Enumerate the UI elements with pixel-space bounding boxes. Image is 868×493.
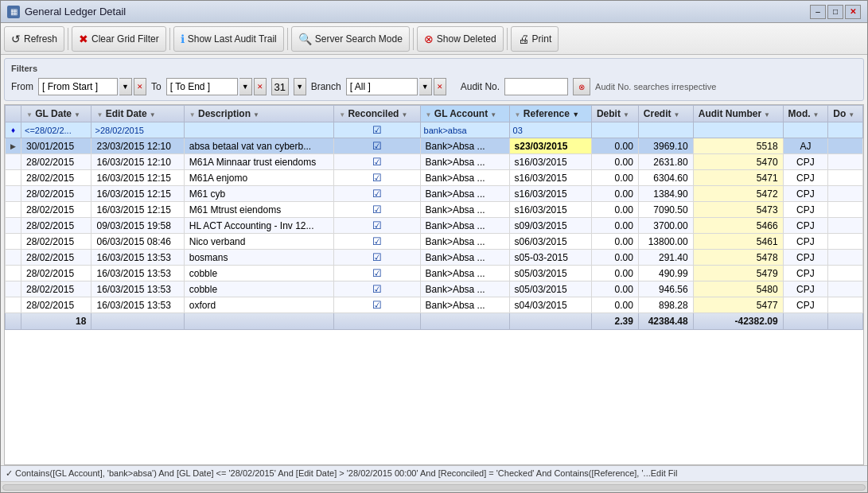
col-header-reference[interactable]: ▼ Reference ▼ <box>509 106 591 122</box>
cell-doc <box>828 218 863 234</box>
horizontal-scrollbar[interactable] <box>1 481 867 492</box>
branch-clear-btn[interactable]: ✕ <box>434 78 446 95</box>
cell-reference: s05-03-2015 <box>509 250 591 266</box>
from-clear-btn[interactable]: ✕ <box>134 78 146 95</box>
sort-icon-doc: ▼ <box>848 111 854 118</box>
cell-reference: s04/03/2015 <box>509 297 591 313</box>
cell-credit: 2631.80 <box>638 154 693 170</box>
table-row[interactable]: 28/02/201509/03/2015 19:58HL ACT Account… <box>6 218 863 234</box>
branch-input[interactable] <box>346 78 418 95</box>
row-indicator <box>6 234 21 250</box>
col-header-mod[interactable]: Mod.▼ <box>783 106 828 122</box>
audit-clear-btn[interactable]: ⊗ <box>573 78 590 95</box>
table-row[interactable]: 28/02/201516/03/2015 13:53cobble☑Bank>Ab… <box>6 281 863 297</box>
cell-audit-number: 5518 <box>693 138 783 154</box>
table-row[interactable]: 28/02/201516/03/2015 12:15M61 cyb☑Bank>A… <box>6 186 863 202</box>
row-indicator <box>6 297 21 313</box>
cell-doc <box>828 186 863 202</box>
maximize-button[interactable]: □ <box>827 5 843 19</box>
audit-no-input[interactable] <box>504 78 568 95</box>
window-title: General Ledger Detail <box>25 6 126 17</box>
print-button[interactable]: 🖨 Print <box>511 26 559 52</box>
col-header-audit-number[interactable]: Audit Number▼ <box>693 106 783 122</box>
reconciled-checkmark: ☑ <box>372 156 382 168</box>
col-header-description[interactable]: ▼ Description▼ <box>184 106 333 122</box>
table-row[interactable]: 28/02/201516/03/2015 12:15M61 Mtrust eie… <box>6 202 863 218</box>
table-row[interactable]: ▶30/01/201523/03/2015 12:10absa betaal v… <box>6 138 863 154</box>
sep4 <box>413 28 414 50</box>
filter-gl-date: <=28/02/2... <box>21 122 91 138</box>
to-dropdown-btn[interactable]: ▼ <box>239 78 252 95</box>
col-header-reconciled[interactable]: ▼ Reconciled▼ <box>334 106 420 122</box>
cell-reference: s16/03/2015 <box>509 170 591 186</box>
reconciled-checkmark: ☑ <box>372 219 382 231</box>
audit-trail-button[interactable]: ℹ Show Last Audit Trail <box>173 26 284 52</box>
calendar-dropdown-btn[interactable]: ▼ <box>294 78 306 95</box>
totals-reference <box>509 313 591 330</box>
cell-description: M61 Mtrust eiendoms <box>184 202 333 218</box>
totals-count: 18 <box>21 313 91 330</box>
table-body: ▶30/01/201523/03/2015 12:10absa betaal v… <box>6 138 863 313</box>
table-row[interactable]: 28/02/201516/03/2015 13:53oxford☑Bank>Ab… <box>6 297 863 313</box>
branch-dropdown-btn[interactable]: ▼ <box>419 78 432 95</box>
filters-panel: Filters From ▼ ✕ To ▼ ✕ 31 ▼ Branch ▼ ✕ … <box>4 58 864 101</box>
cell-gl-date: 28/02/2015 <box>21 234 91 250</box>
branch-select: ▼ ✕ <box>346 78 446 95</box>
from-dropdown-btn[interactable]: ▼ <box>119 78 132 95</box>
col-header-debit[interactable]: Debit▼ <box>591 106 638 122</box>
cell-mod: CPJ <box>783 186 828 202</box>
clear-filter-button[interactable]: ✖ Clear Grid Filter <box>72 26 166 52</box>
title-bar: ▦ General Ledger Detail – □ ✕ <box>1 1 867 23</box>
cell-debit: 0.00 <box>591 154 638 170</box>
col-filter-icon-ref: ▼ <box>515 111 521 118</box>
cell-description: absa betaal vat van cyberb... <box>184 138 333 154</box>
col-header-gl-date[interactable]: ▼ GL Date▼ <box>21 106 91 122</box>
col-header-edit-date[interactable]: ▼ Edit Date▼ <box>91 106 184 122</box>
refresh-icon: ↺ <box>11 33 21 45</box>
cell-edit-date: 09/03/2015 19:58 <box>91 218 184 234</box>
filter-doc <box>828 122 863 138</box>
totals-doc <box>828 313 863 330</box>
to-select: ▼ ✕ <box>166 78 267 95</box>
col-header-gl-account[interactable]: ▼ GL Account▼ <box>420 106 509 122</box>
main-window: ▦ General Ledger Detail – □ ✕ ↺ Refresh … <box>0 0 868 493</box>
cell-reconciled: ☑ <box>334 138 420 154</box>
cell-mod: AJ <box>783 138 828 154</box>
filter-reconciled-check: ☑ <box>372 124 382 136</box>
reconciled-checkmark: ☑ <box>372 299 382 311</box>
filter-indicator-cell: ♦ <box>6 122 21 138</box>
table-row[interactable]: 28/02/201516/03/2015 13:53cobble☑Bank>Ab… <box>6 266 863 281</box>
col-header-doc[interactable]: Do▼ <box>828 106 863 122</box>
show-deleted-button[interactable]: ⊗ Show Deleted <box>417 26 504 52</box>
from-input[interactable] <box>38 78 118 95</box>
cell-reference: s05/03/2015 <box>509 281 591 297</box>
data-table-container[interactable]: ▼ GL Date▼ ▼ Edit Date▼ ▼ Description▼ ▼… <box>4 104 864 465</box>
cell-doc <box>828 154 863 170</box>
sep2 <box>169 28 170 50</box>
table-row[interactable]: 28/02/201516/03/2015 12:15M61A enjomo☑Ba… <box>6 170 863 186</box>
col-header-credit[interactable]: Credit▼ <box>638 106 693 122</box>
close-button[interactable]: ✕ <box>845 5 861 19</box>
filter-reference: 03 <box>509 122 591 138</box>
cell-mod: CPJ <box>783 234 828 250</box>
calendar-button[interactable]: 31 <box>271 78 289 95</box>
table-row[interactable]: 28/02/201506/03/2015 08:46Nico verband☑B… <box>6 234 863 250</box>
filter-reconciled: ☑ <box>334 122 420 138</box>
table-row[interactable]: 28/02/201516/03/2015 12:10M61A Minnaar t… <box>6 154 863 170</box>
table-row[interactable]: 28/02/201516/03/2015 13:53bosmans☑Bank>A… <box>6 250 863 266</box>
to-label: To <box>151 81 162 92</box>
sort-icon-edit-date: ▼ <box>150 111 156 118</box>
server-search-button[interactable]: 🔍 Server Search Mode <box>291 26 410 52</box>
scroll-track[interactable] <box>2 484 866 491</box>
cell-doc <box>828 138 863 154</box>
filter-audit <box>693 122 783 138</box>
to-input[interactable] <box>166 78 238 95</box>
cell-mod: CPJ <box>783 202 828 218</box>
cell-reconciled: ☑ <box>334 154 420 170</box>
cell-reconciled: ☑ <box>334 186 420 202</box>
cell-gl-account: Bank>Absa ... <box>420 297 509 313</box>
refresh-button[interactable]: ↺ Refresh <box>4 26 64 52</box>
to-clear-btn[interactable]: ✕ <box>254 78 267 95</box>
cell-reconciled: ☑ <box>334 297 420 313</box>
minimize-button[interactable]: – <box>810 5 826 19</box>
